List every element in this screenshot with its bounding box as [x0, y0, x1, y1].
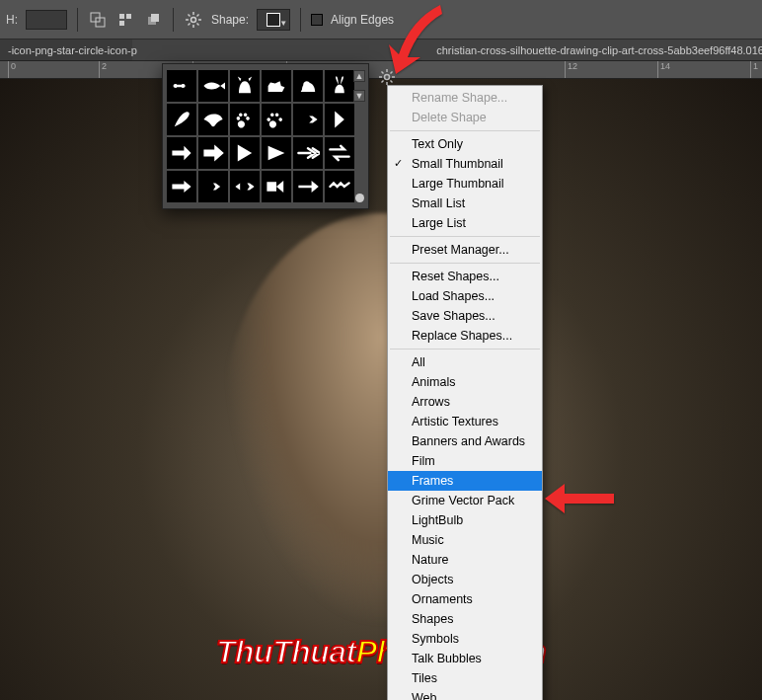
ruler-tick: 0: [8, 61, 16, 79]
menu-item-text-only[interactable]: Text Only: [388, 134, 542, 154]
shape-preset-dog-left[interactable]: [262, 70, 291, 102]
menu-item-all[interactable]: All: [388, 352, 542, 372]
menu-separator: [390, 130, 540, 131]
panel-scrollbar[interactable]: ▲ ▼: [352, 70, 366, 202]
shape-preset-arrow-right-2[interactable]: [293, 171, 323, 202]
menu-item-small-thumbnail[interactable]: Small Thumbnail✓: [388, 154, 542, 174]
menu-item-artistic-textures[interactable]: Artistic Textures: [388, 412, 542, 431]
shape-preset-bone[interactable]: [167, 70, 196, 102]
menu-item-animals[interactable]: Animals: [388, 372, 542, 392]
menu-item-symbols[interactable]: Symbols: [388, 629, 542, 649]
canvas[interactable]: [0, 79, 762, 700]
menu-separator: [390, 263, 540, 264]
menu-item-talk-bubbles[interactable]: Talk Bubbles: [388, 649, 542, 668]
shape-preset-arrow-double[interactable]: [293, 137, 323, 169]
align-edges-checkbox[interactable]: [311, 14, 323, 26]
separator: [77, 8, 78, 32]
shape-preset-paw[interactable]: [230, 104, 260, 135]
path-ops-icon[interactable]: [88, 10, 108, 30]
menu-separator: [390, 349, 540, 350]
shape-preset-chevron-right[interactable]: [325, 104, 354, 135]
menu-item-large-list[interactable]: Large List: [388, 213, 542, 233]
menu-item-load-shapes[interactable]: Load Shapes...: [388, 286, 542, 306]
shape-preset-zigzag[interactable]: [325, 171, 354, 202]
shape-preset-rabbit[interactable]: [325, 70, 354, 102]
menu-item-frames[interactable]: Frames: [388, 471, 542, 491]
shape-preset-arrow-swap[interactable]: [325, 137, 354, 169]
menu-item-nature[interactable]: Nature: [388, 550, 542, 570]
svg-rect-4: [119, 21, 124, 26]
gear-icon[interactable]: [184, 10, 203, 30]
menu-item-lightbulb[interactable]: LightBulb: [388, 510, 542, 530]
shape-preset-arrow-outline[interactable]: [167, 137, 196, 169]
shape-preset-fish[interactable]: [198, 70, 228, 102]
shape-preset-snail[interactable]: [293, 70, 323, 102]
shape-preset-triangle-right[interactable]: [230, 137, 260, 169]
shape-preset-panel: ▲ ▼: [162, 63, 369, 209]
annotation-arrow-icon: [545, 482, 614, 519]
shape-picker[interactable]: ▼: [257, 9, 290, 31]
align-icon[interactable]: [115, 10, 135, 30]
shape-preset-cat[interactable]: [230, 70, 260, 102]
document-tab[interactable]: -icon-png-star-circle-icon-p: [0, 39, 132, 60]
shape-preset-arrow-dot[interactable]: [198, 171, 228, 202]
arrange-icon[interactable]: [143, 10, 163, 30]
menu-item-reset-shapes[interactable]: Reset Shapes...: [388, 267, 542, 286]
ruler-tick: 2: [99, 61, 107, 79]
svg-line-13: [197, 23, 199, 25]
shape-preset-menu: Rename Shape...Delete ShapeText OnlySmal…: [387, 85, 543, 700]
menu-item-rename-shape: Rename Shape...: [388, 88, 542, 108]
menu-item-ornaments[interactable]: Ornaments: [388, 589, 542, 609]
menu-item-small-list[interactable]: Small List: [388, 194, 542, 213]
menu-item-shapes[interactable]: Shapes: [388, 609, 542, 629]
menu-separator: [390, 236, 540, 237]
ruler-tick: 14: [657, 61, 670, 79]
svg-rect-2: [119, 14, 124, 19]
shape-preset-feather[interactable]: [167, 104, 196, 135]
document-tab[interactable]: christian-cross-silhouette-drawing-clip-…: [428, 39, 762, 60]
separator: [300, 8, 301, 32]
ruler-tick: 12: [565, 61, 577, 79]
menu-item-film[interactable]: Film: [388, 451, 542, 471]
check-icon: ✓: [394, 157, 403, 170]
svg-rect-6: [151, 14, 159, 22]
scroll-down-icon[interactable]: ▼: [353, 90, 365, 102]
ruler-tick: 1: [750, 61, 758, 79]
menu-item-music[interactable]: Music: [388, 530, 542, 550]
menu-item-delete-shape: Delete Shape: [388, 108, 542, 127]
shape-preset-arrow-long[interactable]: [293, 104, 323, 135]
svg-line-12: [189, 14, 190, 16]
watermark-text: ThuThuat: [216, 634, 356, 669]
shape-preset-arrow-right[interactable]: [167, 171, 196, 202]
separator: [173, 8, 174, 32]
scroll-up-icon[interactable]: ▲: [353, 70, 365, 82]
height-input[interactable]: [26, 10, 67, 30]
menu-item-grime-vector-pack[interactable]: Grime Vector Pack: [388, 491, 542, 510]
svg-line-15: [197, 14, 199, 16]
menu-item-large-thumbnail[interactable]: Large Thumbnail: [388, 174, 542, 194]
menu-item-objects[interactable]: Objects: [388, 570, 542, 589]
shape-preset-arrow-block[interactable]: [262, 171, 291, 202]
shape-label: Shape:: [211, 13, 249, 27]
shape-preset-arrow-fat[interactable]: [198, 137, 228, 169]
shape-preset-bird[interactable]: [198, 104, 228, 135]
resize-handle-icon[interactable]: [355, 194, 364, 202]
shape-preset-triangle-right-fat[interactable]: [262, 137, 291, 169]
menu-item-web[interactable]: Web: [388, 688, 542, 700]
menu-item-arrows[interactable]: Arrows: [388, 392, 542, 412]
svg-point-7: [191, 17, 196, 22]
svg-rect-3: [126, 14, 131, 19]
shape-preset-arrow-fish[interactable]: [230, 171, 260, 202]
svg-line-14: [189, 23, 190, 25]
shape-preset-paw-2[interactable]: [262, 104, 291, 135]
annotation-arrow-icon: [381, 0, 450, 83]
menu-item-tiles[interactable]: Tiles: [388, 668, 542, 688]
menu-item-replace-shapes[interactable]: Replace Shapes...: [388, 326, 542, 346]
height-label: H:: [6, 13, 18, 27]
menu-item-banners-and-awards[interactable]: Banners and Awards: [388, 431, 542, 451]
menu-item-preset-manager[interactable]: Preset Manager...: [388, 240, 542, 260]
menu-item-save-shapes[interactable]: Save Shapes...: [388, 306, 542, 326]
